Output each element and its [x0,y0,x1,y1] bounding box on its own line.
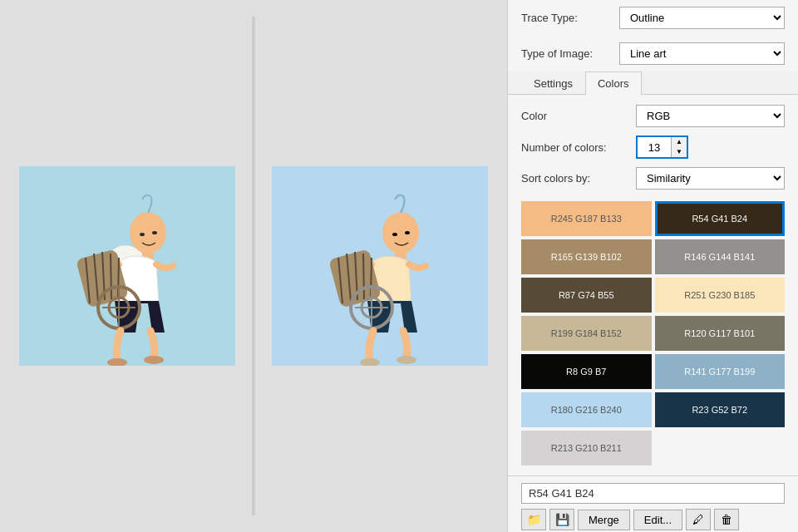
sort-colors-select[interactable]: Similarity Hue Luminance [636,167,785,190]
color-grid: R245 G187 B133R54 G41 B24R165 G139 B102R… [521,201,785,466]
type-of-image-label: Type of Image: [521,47,613,60]
svg-point-19 [382,212,419,254]
svg-point-2 [130,212,166,254]
num-colors-input[interactable]: 13 [638,140,671,155]
color-swatch[interactable]: R23 G52 B72 [655,392,786,427]
color-swatch[interactable]: R213 G210 B211 [521,431,652,466]
delete-button[interactable]: 🗑 [714,509,739,530]
color-swatch[interactable]: R245 G187 B133 [521,201,652,236]
image-traced [272,166,488,366]
num-colors-input-wrapper: 13 ▲ ▼ [636,135,688,159]
spinner-up-button[interactable]: ▲ [672,137,687,147]
color-swatch[interactable]: R54 G41 B24 [655,201,786,236]
type-of-image-row: Type of Image: Line art Photograph Clip … [508,36,798,71]
svg-line-27 [363,254,364,299]
color-swatch[interactable]: R180 G216 B240 [521,392,652,427]
color-preview-section: R54 G41 B24 📁 💾 Merge Edit... 🖊 🗑 [508,475,798,532]
eyedropper-button[interactable]: 🖊 [686,509,711,530]
image-original [19,166,235,366]
trace-type-select[interactable]: Outline Centerline Inkscan [619,7,785,29]
svg-point-20 [392,233,397,236]
trace-type-label: Trace Type: [521,12,613,24]
color-swatch[interactable]: R87 G74 B55 [521,278,652,313]
svg-point-3 [140,233,145,236]
color-swatch[interactable]: R251 G230 B185 [655,278,786,313]
svg-point-17 [144,356,164,364]
sort-colors-row: Sort colors by: Similarity Hue Luminance [521,167,785,190]
tabs-bar: Settings Colors [508,71,798,95]
canvas-area [0,0,507,532]
color-mode-select[interactable]: RGB CMYK Grayscale [636,105,785,127]
num-colors-label: Number of colors: [521,141,629,154]
color-swatch[interactable]: R141 G177 B199 [655,354,786,389]
traced-figure-svg [272,166,488,366]
right-panel: Trace Type: Outline Centerline Inkscan T… [507,0,798,532]
color-swatch[interactable]: R165 G139 B102 [521,239,652,274]
color-swatch[interactable]: R120 G117 B101 [655,316,786,351]
selected-color-value: R54 G41 B24 [521,483,785,504]
color-mode-label: Color [521,110,629,122]
merge-button[interactable]: Merge [578,510,630,530]
svg-line-10 [111,254,111,299]
tab-settings[interactable]: Settings [521,71,585,95]
sort-colors-label: Sort colors by: [521,172,629,185]
color-swatch[interactable]: R146 G144 B141 [655,239,786,274]
num-colors-row: Number of colors: 13 ▲ ▼ [521,135,785,159]
open-folder-button[interactable]: 📁 [521,509,546,530]
svg-point-34 [397,356,416,364]
trace-type-row: Trace Type: Outline Centerline Inkscan [508,0,798,36]
divider [252,17,255,515]
color-swatch[interactable]: R199 G184 B152 [521,316,652,351]
color-swatch[interactable]: R8 G9 B7 [521,354,652,389]
colors-tab-content: Color RGB CMYK Grayscale Number of color… [508,95,798,475]
color-mode-row: Color RGB CMYK Grayscale [521,105,785,127]
svg-point-4 [152,231,157,234]
bottom-toolbar: 📁 💾 Merge Edit... 🖊 🗑 [521,509,785,530]
tab-colors[interactable]: Colors [585,71,642,95]
spinner-down-button[interactable]: ▼ [672,147,687,157]
original-figure-svg [19,166,235,366]
save-button[interactable]: 💾 [549,509,574,530]
svg-point-21 [405,231,410,234]
edit-button[interactable]: Edit... [633,510,682,530]
type-of-image-select[interactable]: Line art Photograph Clip art [619,42,785,65]
spinner-buttons: ▲ ▼ [671,137,687,157]
